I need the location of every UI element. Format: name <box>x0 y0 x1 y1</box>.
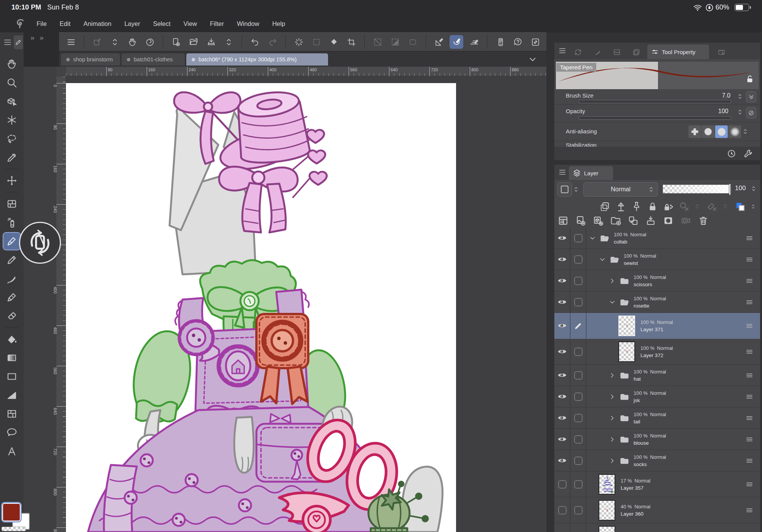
layer-handle-icon[interactable] <box>739 228 760 248</box>
trihalf-icon[interactable] <box>388 35 402 49</box>
layer-checkbox[interactable] <box>574 480 583 489</box>
layer-thumbnail[interactable] <box>618 316 635 336</box>
hidden-layer-box[interactable] <box>558 480 567 489</box>
layer-row-layer-360[interactable]: 40 % NormalLayer 360 <box>554 497 760 523</box>
updown-icon[interactable] <box>222 35 235 49</box>
layer-opacity-slider[interactable] <box>663 184 731 194</box>
stroke-speed-icon[interactable] <box>727 149 736 159</box>
pin-icon[interactable] <box>631 201 642 212</box>
eye-icon[interactable] <box>557 455 567 466</box>
layer-visibility-cell[interactable] <box>554 523 570 532</box>
phone-icon[interactable] <box>493 35 507 49</box>
chevron-right-icon[interactable] <box>608 436 616 443</box>
chevron-down-icon[interactable] <box>599 256 606 263</box>
layer-checkbox[interactable] <box>574 348 583 356</box>
sparkle-icon[interactable] <box>292 35 306 49</box>
eye-icon[interactable] <box>557 434 567 444</box>
layer-visibility-cell[interactable] <box>554 497 570 523</box>
layer-row-layer-372[interactable]: 100 % NormalLayer 372 <box>554 339 760 365</box>
expand-icon[interactable] <box>528 35 542 49</box>
layer-checkbox-cell[interactable] <box>570 365 586 386</box>
tool-move[interactable] <box>3 172 20 189</box>
brush-size-preset-button[interactable] <box>746 91 756 103</box>
opacity-slider[interactable] <box>579 116 731 120</box>
layer-row-partial[interactable]: 38 % Normal <box>554 523 760 532</box>
folder-icon[interactable] <box>618 455 631 466</box>
help-icon[interactable] <box>511 35 525 49</box>
layer-row-tail[interactable]: 100 % Normaltail <box>554 407 760 429</box>
save-icon[interactable] <box>204 35 218 49</box>
stepper-icon[interactable] <box>694 202 700 212</box>
swirl-icon[interactable] <box>143 35 157 49</box>
layer-handle-icon[interactable] <box>739 313 760 338</box>
layer-checkbox-cell[interactable] <box>570 292 586 312</box>
marquee-icon[interactable] <box>309 35 323 49</box>
dimcam-icon[interactable] <box>680 215 692 226</box>
folder-icon[interactable] <box>618 434 631 445</box>
tool-framegrid[interactable] <box>3 195 20 212</box>
layer-checkbox-cell[interactable] <box>570 313 586 338</box>
menu-file[interactable]: File <box>37 20 47 27</box>
layer-thumbnail[interactable] <box>599 474 615 495</box>
brush-size-slider[interactable] <box>579 100 731 103</box>
eye-icon[interactable] <box>557 276 567 286</box>
layer-row-socks[interactable]: 100 % Normalsocks <box>554 450 760 471</box>
layer-row-jsk[interactable]: 100 % Normaljsk <box>554 386 760 407</box>
hidden-layer-box[interactable] <box>558 506 567 514</box>
layer-checkbox-cell[interactable] <box>570 429 586 450</box>
layer-opacity-stepper[interactable] <box>750 184 757 194</box>
folder-icon[interactable] <box>618 391 631 402</box>
layer-handle-icon[interactable] <box>739 365 760 386</box>
chevron-right-icon[interactable] <box>608 393 616 401</box>
folder-open-icon[interactable] <box>599 233 611 244</box>
tool-gradient[interactable] <box>3 349 20 366</box>
tool-bucket[interactable] <box>3 331 20 348</box>
layer-thumbnail[interactable] <box>618 341 635 362</box>
tool-palette-menu-icon[interactable] <box>3 38 12 47</box>
eye-icon[interactable] <box>557 254 567 264</box>
layer-handle-icon[interactable] <box>739 471 760 497</box>
layer-handle-icon[interactable] <box>739 429 760 450</box>
chevron-down-icon[interactable] <box>608 298 616 306</box>
layer-checkbox-cell[interactable] <box>570 471 586 497</box>
layer-checkbox[interactable] <box>574 371 583 380</box>
rulerpen-icon[interactable] <box>432 35 446 49</box>
mask-icon[interactable] <box>663 215 674 226</box>
mast-icon[interactable] <box>615 201 627 212</box>
menu-animation[interactable]: Animation <box>83 20 111 27</box>
layer-handle-icon[interactable] <box>739 270 760 291</box>
menu-filter[interactable]: Filter <box>210 20 224 27</box>
tool-spray[interactable] <box>3 214 20 231</box>
layer-checkbox[interactable] <box>574 457 583 465</box>
tool-balloon[interactable] <box>3 424 20 441</box>
tablepen-icon[interactable] <box>467 35 481 49</box>
newdoc-icon[interactable] <box>169 35 183 49</box>
layer-handle-icon[interactable] <box>739 407 760 428</box>
menu-window[interactable]: Window <box>237 20 259 27</box>
anti-aliasing-option-2[interactable] <box>702 125 714 138</box>
layer-checkbox-cell[interactable] <box>570 386 586 407</box>
stepper-icon[interactable] <box>750 202 756 212</box>
lock-icon[interactable] <box>647 201 658 212</box>
folder-icon[interactable] <box>618 276 631 286</box>
tab-sync-icon[interactable] <box>569 45 587 59</box>
stepper-icon[interactable] <box>722 202 728 212</box>
layer-checkbox-cell[interactable] <box>570 270 586 291</box>
tab-brushtab-icon[interactable] <box>588 45 607 59</box>
menu-layer[interactable]: Layer <box>124 20 140 27</box>
layer-checkbox[interactable] <box>574 234 583 242</box>
blend-thumb-stepper[interactable] <box>573 184 580 194</box>
brush-size-value[interactable]: 7.0 <box>722 92 730 99</box>
opacity-stepper[interactable] <box>736 107 743 117</box>
eye-icon[interactable] <box>557 320 567 331</box>
canvas-document[interactable] <box>66 83 456 532</box>
noline-icon[interactable] <box>371 35 384 49</box>
layer-handle-icon[interactable] <box>739 386 760 407</box>
layer-checkbox-cell[interactable] <box>570 228 586 248</box>
layer-handle-icon[interactable] <box>739 292 760 312</box>
rulerx-icon[interactable] <box>706 201 718 212</box>
document-tab-1[interactable]: shop brainstorm <box>61 53 120 66</box>
crop-icon[interactable] <box>344 35 358 49</box>
tab-list-chevron-icon[interactable] <box>528 54 538 64</box>
layer-visibility-cell[interactable] <box>554 471 570 497</box>
